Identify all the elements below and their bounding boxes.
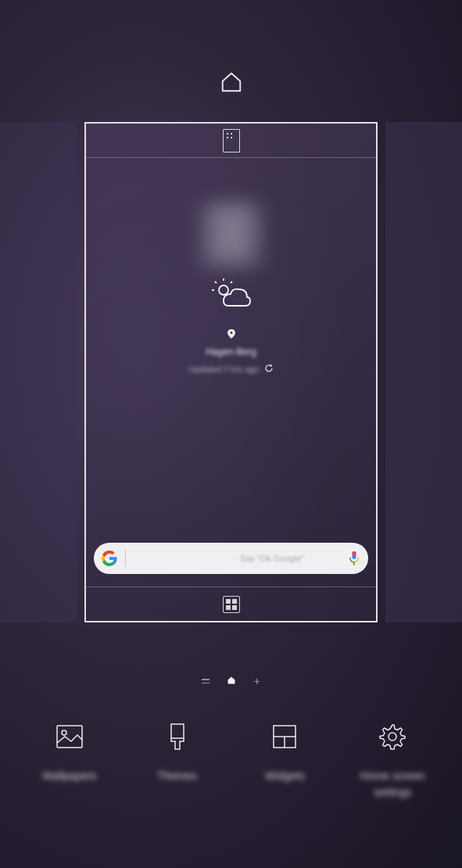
- google-logo-icon: [102, 551, 117, 566]
- home-options-row: Wallpapers Themes Widgets Home s: [0, 719, 462, 801]
- home-settings-label: Home screen settings: [348, 768, 438, 801]
- panel-preview-right[interactable]: [385, 122, 462, 622]
- widgets-icon: [270, 719, 299, 754]
- themes-label: Themes: [157, 768, 197, 784]
- search-placeholder: Say "Ok Google": [134, 554, 348, 563]
- panel-bottom-bar: [86, 586, 376, 621]
- weather-location: Hagen-Berg: [206, 346, 256, 357]
- svg-point-14: [389, 733, 396, 741]
- image-icon: [56, 719, 84, 754]
- apps-grid-icon[interactable]: [223, 596, 240, 613]
- google-search-bar[interactable]: Say "Ok Google": [94, 543, 368, 574]
- svg-rect-10: [171, 724, 184, 738]
- home-settings-button[interactable]: Home screen settings: [348, 719, 438, 801]
- page-indicators: +: [0, 674, 462, 688]
- svg-line-2: [215, 282, 217, 283]
- svg-rect-6: [353, 551, 356, 555]
- wallpapers-button[interactable]: Wallpapers: [24, 719, 114, 801]
- widgets-label: Widgets: [265, 768, 305, 784]
- themes-button[interactable]: Themes: [132, 719, 222, 801]
- home-indicator-icon: [220, 70, 243, 97]
- panel-preview-left[interactable]: [0, 122, 77, 622]
- panels-container: Hagen-Berg Updated 2 hrs ago: [0, 122, 462, 622]
- refresh-icon[interactable]: [264, 362, 274, 376]
- bixby-page-indicator-icon[interactable]: [202, 679, 210, 683]
- home-panel-main[interactable]: Hagen-Berg Updated 2 hrs ago: [84, 122, 378, 622]
- location-pin-icon: [227, 328, 235, 342]
- svg-point-0: [219, 285, 228, 295]
- weather-temperature: [200, 202, 263, 268]
- svg-line-4: [231, 282, 232, 283]
- panel-top-bar: [86, 124, 376, 158]
- brush-icon: [163, 719, 192, 754]
- panel-default-icon[interactable]: [223, 129, 240, 152]
- svg-point-9: [62, 730, 66, 735]
- gear-icon: [378, 719, 406, 754]
- weather-update-time: Updated 2 hrs ago: [188, 364, 260, 374]
- widgets-button[interactable]: Widgets: [240, 719, 330, 801]
- weather-condition-icon: [210, 278, 253, 315]
- weather-widget[interactable]: Hagen-Berg Updated 2 hrs ago: [86, 202, 376, 376]
- add-page-indicator[interactable]: +: [253, 675, 260, 687]
- wallpapers-label: Wallpapers: [42, 768, 97, 784]
- home-page-indicator-icon[interactable]: [227, 674, 236, 688]
- search-divider: [125, 550, 126, 567]
- mic-icon[interactable]: [348, 551, 360, 566]
